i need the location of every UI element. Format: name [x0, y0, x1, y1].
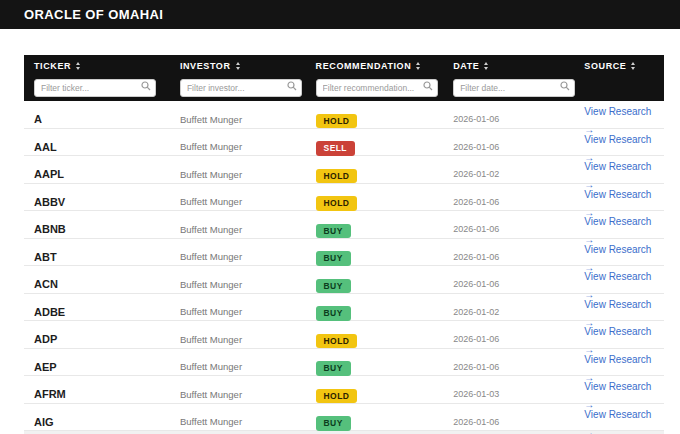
ticker-cell: AAPL — [24, 168, 170, 180]
column-header-source[interactable]: SOURCE — [574, 61, 664, 71]
ticker-cell: ADP — [24, 333, 170, 345]
recommendation-badge: HOLD — [316, 169, 358, 184]
table-row: ACNBuffett MungerBUY2026-01-06View Resea… — [24, 266, 664, 294]
recommendation-badge: HOLD — [316, 389, 358, 404]
column-header-label: SOURCE — [584, 61, 626, 71]
recommendation-cell: BUY — [306, 357, 444, 376]
search-icon[interactable] — [287, 81, 297, 91]
investor-cell: Buffett Munger — [170, 196, 306, 207]
sort-icon[interactable] — [76, 62, 80, 70]
filter-ticker — [34, 77, 156, 95]
filter-date — [453, 77, 575, 95]
table-row: ABBVBuffett MungerHOLD2026-01-06View Res… — [24, 184, 664, 212]
search-icon[interactable] — [423, 81, 433, 91]
date-cell: 2026-01-02 — [443, 307, 574, 317]
sort-icon[interactable] — [484, 62, 488, 70]
ticker-cell: ABT — [24, 251, 170, 263]
research-table: TICKER INVESTOR RECOMMENDATION DATE SOUR… — [24, 55, 664, 434]
ticker-cell: ACN — [24, 278, 170, 290]
ticker-filter-input[interactable] — [34, 79, 156, 97]
table-row: AFRMBuffett MungerHOLD2026-01-03View Res… — [24, 376, 664, 404]
column-header-label: INVESTOR — [180, 61, 231, 71]
ticker-cell: A — [24, 113, 170, 125]
recommendation-cell: HOLD — [306, 330, 444, 349]
ticker-cell: ADBE — [24, 306, 170, 318]
recommendation-filter-input[interactable] — [316, 79, 438, 97]
column-header-date[interactable]: DATE — [443, 61, 574, 71]
search-icon[interactable] — [141, 81, 151, 91]
recommendation-badge: BUY — [316, 224, 351, 239]
recommendation-cell: HOLD — [306, 192, 444, 211]
date-cell: 2026-01-06 — [443, 142, 574, 152]
search-icon[interactable] — [560, 81, 570, 91]
date-cell: 2026-01-06 — [443, 252, 574, 262]
ticker-cell: ABNB — [24, 223, 170, 235]
table-row: ABuffett MungerHOLD2026-01-06View Resear… — [24, 101, 664, 129]
header-filter-row — [24, 77, 664, 101]
recommendation-cell: BUY — [306, 275, 444, 294]
recommendation-cell: BUY — [306, 302, 444, 321]
investor-cell: Buffett Munger — [170, 306, 306, 317]
investor-filter-input[interactable] — [180, 79, 302, 97]
column-header-ticker[interactable]: TICKER — [24, 61, 170, 71]
table-row: AALBuffett MungerSELL2026-01-06View Rese… — [24, 129, 664, 157]
recommendation-badge: BUY — [316, 361, 351, 376]
date-cell: 2026-01-06 — [443, 279, 574, 289]
top-bar: ORACLE OF OMAHAI — [0, 0, 680, 29]
date-filter-input[interactable] — [453, 79, 575, 97]
column-header-label: RECOMMENDATION — [316, 61, 412, 71]
date-cell: 2026-01-02 — [443, 169, 574, 179]
table-row: AIGBuffett MungerBUY2026-01-06View Resea… — [24, 404, 664, 432]
table-row: ADBEBuffett MungerBUY2026-01-02View Rese… — [24, 294, 664, 322]
recommendation-badge: HOLD — [316, 334, 358, 349]
investor-cell: Buffett Munger — [170, 389, 306, 400]
table-row: ABNBBuffett MungerBUY2026-01-06View Rese… — [24, 211, 664, 239]
recommendation-cell: HOLD — [306, 165, 444, 184]
date-cell: 2026-01-06 — [443, 334, 574, 344]
recommendation-cell: BUY — [306, 220, 444, 239]
investor-cell: Buffett Munger — [170, 279, 306, 290]
table-row: ABTBuffett MungerBUY2026-01-06View Resea… — [24, 239, 664, 267]
column-header-label: TICKER — [34, 61, 71, 71]
column-header-investor[interactable]: INVESTOR — [170, 61, 306, 71]
investor-cell: Buffett Munger — [170, 416, 306, 427]
table-row: AEPBuffett MungerBUY2026-01-06View Resea… — [24, 349, 664, 377]
investor-cell: Buffett Munger — [170, 334, 306, 345]
column-header-label: DATE — [453, 61, 479, 71]
recommendation-cell: BUY — [306, 412, 444, 431]
date-cell: 2026-01-06 — [443, 114, 574, 124]
investor-cell: Buffett Munger — [170, 361, 306, 372]
recommendation-cell: SELL — [306, 137, 444, 156]
sort-icon[interactable] — [416, 62, 420, 70]
date-cell: 2026-01-06 — [443, 362, 574, 372]
investor-cell: Buffett Munger — [170, 114, 306, 125]
table-body: ABuffett MungerHOLD2026-01-06View Resear… — [24, 101, 664, 431]
table-header: TICKER INVESTOR RECOMMENDATION DATE SOUR… — [24, 55, 664, 101]
recommendation-badge: BUY — [316, 416, 351, 431]
recommendation-badge: BUY — [316, 306, 351, 321]
recommendation-badge: BUY — [316, 279, 351, 294]
view-research-link[interactable]: View Research → — [584, 409, 651, 434]
investor-cell: Buffett Munger — [170, 141, 306, 152]
recommendation-cell: HOLD — [306, 110, 444, 129]
ticker-cell: AEP — [24, 361, 170, 373]
investor-cell: Buffett Munger — [170, 224, 306, 235]
investor-cell: Buffett Munger — [170, 251, 306, 262]
date-cell: 2026-01-06 — [443, 224, 574, 234]
date-cell: 2026-01-06 — [443, 197, 574, 207]
table-row: AAPLBuffett MungerHOLD2026-01-02View Res… — [24, 156, 664, 184]
sort-icon[interactable] — [236, 62, 240, 70]
date-cell: 2026-01-06 — [443, 417, 574, 427]
ticker-cell: AIG — [24, 416, 170, 428]
page-title: ORACLE OF OMAHAI — [24, 7, 163, 22]
recommendation-cell: HOLD — [306, 385, 444, 404]
column-header-recommendation[interactable]: RECOMMENDATION — [306, 61, 444, 71]
date-cell: 2026-01-03 — [443, 389, 574, 399]
ticker-cell: AFRM — [24, 388, 170, 400]
ticker-cell: ABBV — [24, 196, 170, 208]
source-cell: View Research → — [574, 404, 664, 434]
recommendation-badge: HOLD — [316, 196, 358, 211]
sort-icon[interactable] — [631, 62, 635, 70]
ticker-cell: AAL — [24, 141, 170, 153]
filter-recommendation — [316, 77, 438, 95]
